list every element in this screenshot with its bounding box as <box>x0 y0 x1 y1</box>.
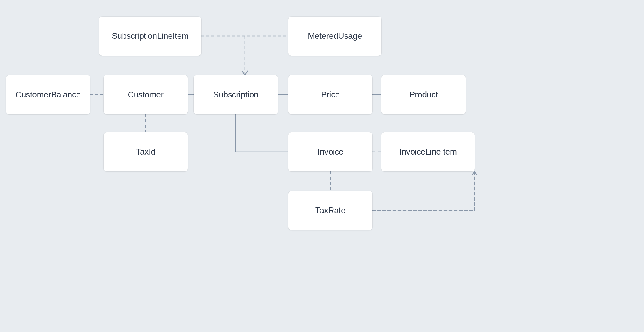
node-subscription[interactable]: Subscription <box>194 75 278 114</box>
svg-line-2 <box>242 71 245 75</box>
node-customer[interactable]: Customer <box>104 75 188 114</box>
node-taxrate[interactable]: TaxRate <box>288 191 372 230</box>
node-taxid[interactable]: TaxId <box>104 132 188 171</box>
node-meteredusage[interactable]: MeteredUsage <box>288 17 381 56</box>
node-price[interactable]: Price <box>288 75 372 114</box>
node-subscriptionlineitem[interactable]: SubscriptionLineItem <box>99 17 201 56</box>
node-customerbalance[interactable]: CustomerBalance <box>6 75 90 114</box>
diagram-container: MeteredUsage (horizontal dashed with Y a… <box>0 0 644 332</box>
node-invoicelineitem[interactable]: InvoiceLineItem <box>381 132 475 171</box>
node-product[interactable]: Product <box>381 75 466 114</box>
svg-line-12 <box>475 171 477 175</box>
svg-line-11 <box>472 171 475 175</box>
node-invoice[interactable]: Invoice <box>288 132 372 171</box>
svg-line-3 <box>245 71 248 75</box>
